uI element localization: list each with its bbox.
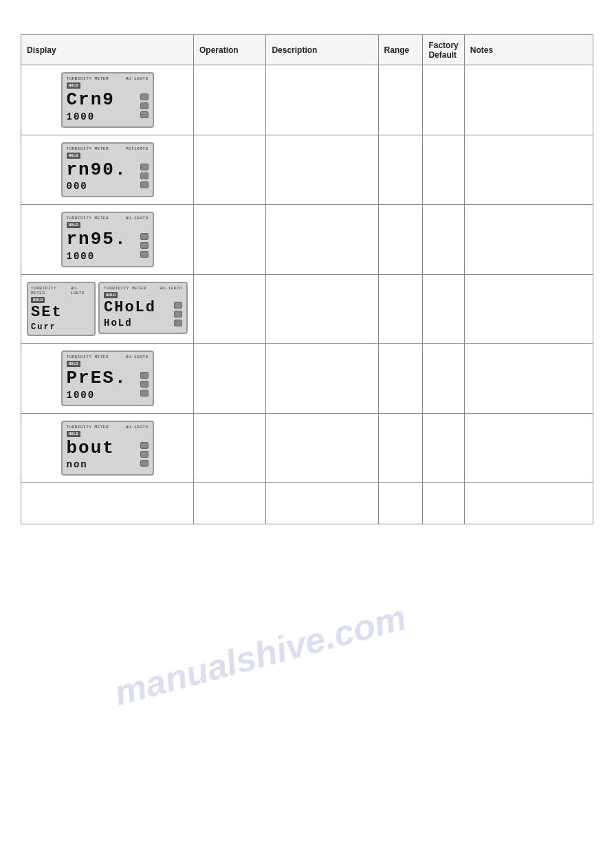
lcd-main-1: Crn9 1000 — [67, 90, 138, 122]
lcd-main-4: CHoLd HoLd — [104, 300, 171, 329]
lcd-main-3: rn95. 1000 — [67, 230, 138, 262]
lcd-brand-6: TURBIDITY METER — [67, 425, 109, 430]
lcd-hold-set: HOLD — [31, 297, 45, 303]
display-cell-2: TURBIDITY METER PET100TD HOLD rn90. 000 — [21, 135, 194, 205]
lcd-body-1: Crn9 1000 — [67, 90, 149, 122]
lcd-buttons-1 — [140, 90, 149, 122]
lcd-line1-6: bout — [67, 438, 138, 458]
lcd-buttons-6 — [140, 438, 149, 471]
display-cell-4: TURBIDITY METER HU-100TD HOLD SEt Curr — [21, 274, 194, 343]
lcd-top-bar-2: TURBIDITY METER PET100TD — [67, 146, 149, 151]
lcd-body-6: bout non — [67, 438, 149, 471]
lcd-btn-6a — [140, 442, 149, 449]
notes-cell-4 — [464, 274, 593, 343]
lcd-btn-3b — [140, 242, 149, 249]
empty-factory — [423, 483, 464, 524]
lcd-model-4: HU-100TD — [160, 286, 182, 291]
lcd-line2-5: 1000 — [67, 390, 138, 401]
header-notes: Notes — [464, 35, 593, 65]
lcd-btn-1c — [140, 111, 149, 118]
lcd-line1-4: CHoLd — [104, 300, 171, 316]
watermark: manualshive.com — [110, 597, 410, 714]
lcd-3: TURBIDITY METER HU-100TD HOLD rn95. 1000 — [61, 212, 154, 267]
notes-cell-2 — [464, 135, 593, 205]
notes-cell-6 — [464, 413, 593, 483]
range-cell-5 — [378, 343, 423, 413]
description-cell-2 — [266, 135, 378, 205]
header-factory: Factory Default — [423, 35, 464, 65]
lcd-btn-4b — [174, 311, 182, 318]
header-description: Description — [266, 35, 378, 65]
lcd-btn-5b — [140, 381, 149, 388]
lcd-hold-1: HOLD — [67, 82, 80, 89]
lcd-btn-6b — [140, 451, 149, 458]
lcd-set-line1: SEt — [31, 304, 91, 321]
lcd-line1-3: rn95. — [67, 230, 138, 249]
lcd-brand-1: TURBIDITY METER — [67, 76, 109, 81]
lcd-model-5: HU-100TD — [126, 355, 149, 359]
lcd-btn-4a — [174, 302, 182, 309]
lcd-top-bar-3: TURBIDITY METER HU-100TD — [67, 216, 149, 221]
lcd-model-set: HU-100TD — [70, 286, 91, 296]
description-cell-5 — [266, 343, 378, 413]
empty-op — [194, 483, 266, 524]
lcd-buttons-5 — [140, 368, 149, 401]
lcd-btn-2a — [140, 164, 149, 170]
table-header-row: Display Operation Description Range Fact… — [21, 35, 593, 65]
lcd-top-bar-1: TURBIDITY METER HU-100TD — [67, 76, 149, 81]
lcd-brand-set: TURBIDITY METER — [31, 286, 70, 296]
lcd-hold-2: HOLD — [67, 153, 80, 159]
operation-cell-2 — [194, 135, 266, 205]
table-row: TURBIDITY METER HU-100TD HOLD rn95. 1000 — [21, 205, 593, 275]
description-cell-1 — [266, 65, 378, 135]
lcd-buttons-4 — [174, 300, 182, 329]
display-cell-6: TURBIDITY METER HU-100TD HOLD bout non — [21, 413, 194, 483]
lcd-btn-5c — [140, 390, 149, 397]
lcd-hold-6: HOLD — [67, 431, 80, 437]
lcd-line2-3: 1000 — [67, 251, 138, 262]
lcd-btn-1a — [140, 93, 149, 100]
lcd-brand-5: TURBIDITY METER — [67, 355, 109, 359]
description-cell-4 — [266, 274, 378, 343]
lcd-brand-2: TURBIDITY METER — [67, 146, 109, 151]
lcd-btn-3a — [140, 233, 149, 240]
main-table: Display Operation Description Range Fact… — [21, 34, 593, 524]
lcd-4: TURBIDITY METER HU-100TD HOLD CHoLd HoLd — [98, 282, 188, 334]
empty-desc — [266, 483, 378, 524]
lcd-brand-3: TURBIDITY METER — [67, 216, 109, 221]
lcd-brand-4: TURBIDITY METER — [104, 286, 146, 291]
lcd-model-3: HU-100TD — [126, 216, 149, 221]
range-cell-3 — [378, 205, 423, 275]
lcd-top-bar-5: TURBIDITY METER HU-100TD — [67, 355, 149, 359]
lcd-set-line2: Curr — [31, 322, 91, 332]
lcd-btn-3c — [140, 251, 149, 258]
display-cell-5: TURBIDITY METER HU-100TD HOLD PrES. 1000 — [21, 343, 194, 413]
table-row: TURBIDITY METER HU-100TD HOLD PrES. 1000 — [21, 343, 593, 413]
lcd-main-set: SEt Curr — [31, 304, 91, 332]
lcd-btn-2b — [140, 173, 149, 179]
header-operation: Operation — [194, 35, 266, 65]
table-row-empty — [21, 483, 593, 524]
range-cell-6 — [378, 413, 423, 483]
description-cell-3 — [266, 205, 378, 275]
lcd-body-set: SEt Curr — [31, 304, 91, 332]
notes-cell-3 — [464, 205, 593, 275]
empty-notes — [464, 483, 593, 524]
lcd-main-5: PrES. 1000 — [67, 368, 138, 401]
lcd-6: TURBIDITY METER HU-100TD HOLD bout non — [61, 421, 154, 476]
table-row: TURBIDITY METER HU-100TD HOLD SEt Curr — [21, 274, 593, 343]
lcd-model-2: PET100TD — [126, 146, 149, 151]
notes-cell-1 — [464, 65, 593, 135]
lcd-line2-6: non — [67, 459, 138, 470]
range-cell-1 — [378, 65, 423, 135]
operation-cell-3 — [194, 205, 266, 275]
lcd-2: TURBIDITY METER PET100TD HOLD rn90. 000 — [61, 142, 154, 198]
lcd-main-2: rn90. 000 — [67, 160, 138, 192]
lcd-model-1: HU-100TD — [126, 76, 149, 81]
factory-cell-5 — [423, 343, 464, 413]
lcd-hold-3: HOLD — [67, 222, 80, 228]
lcd-5: TURBIDITY METER HU-100TD HOLD PrES. 1000 — [61, 350, 154, 406]
lcd-model-6: HU-100TD — [126, 425, 149, 430]
lcd-line2-4: HoLd — [104, 318, 171, 329]
factory-cell-3 — [423, 205, 464, 275]
